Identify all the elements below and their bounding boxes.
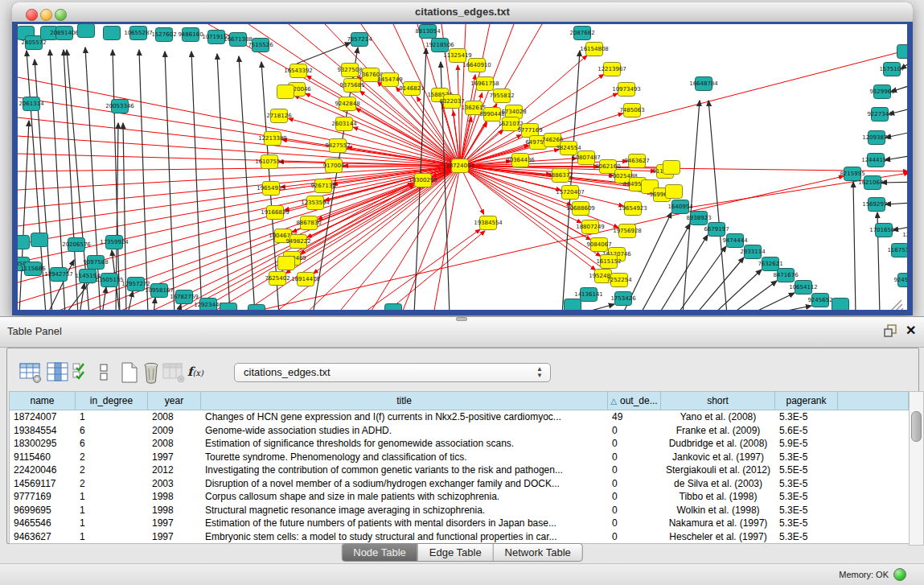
column-header-out_de[interactable]: △out_de... xyxy=(608,392,661,410)
tab-network-table[interactable]: Network Table xyxy=(494,544,582,561)
table-cell[interactable]: 2008 xyxy=(148,410,201,424)
column-header-title[interactable]: title xyxy=(201,392,608,410)
table-cell[interactable]: Hescheler et al. (1997) xyxy=(661,530,775,544)
network-node[interactable] xyxy=(663,161,680,175)
table-cell[interactable]: 1 xyxy=(76,504,148,517)
table-cell[interactable]: 19384554 xyxy=(10,424,76,438)
function-builder-icon[interactable]: f(x) xyxy=(187,365,211,387)
table-cell[interactable]: Tourette syndrome. Phenomenology and cla… xyxy=(201,451,608,464)
table-cell[interactable]: 14569117 xyxy=(10,477,76,491)
table-cell[interactable]: 5.6E-5 xyxy=(775,424,838,438)
table-cell[interactable]: 1997 xyxy=(148,530,201,544)
table-cell[interactable]: 2008 xyxy=(148,437,201,451)
table-cell[interactable]: Changes of HCN gene expression and I(f) … xyxy=(201,410,608,424)
table-cell[interactable]: Estimation of significance thresholds fo… xyxy=(201,437,608,451)
table-cell[interactable]: Franke et al. (2009) xyxy=(661,424,775,438)
scrollbar-thumb[interactable] xyxy=(911,411,922,442)
table-cell[interactable]: Disruption of a novel member of a sodium… xyxy=(201,477,608,491)
tab-edge-table[interactable]: Edge Table xyxy=(418,544,494,561)
table-cell[interactable]: 9699695 xyxy=(10,504,76,517)
table-cell[interactable]: 5.3E-5 xyxy=(775,490,838,504)
table-cell[interactable]: 5.3E-5 xyxy=(775,517,838,530)
table-row[interactable]: 2242004622012Investigating the contribut… xyxy=(10,463,909,477)
table-row[interactable]: 969969511998Structural magnetic resonanc… xyxy=(10,504,909,517)
table-cell[interactable]: 49 xyxy=(608,410,661,424)
table-row[interactable]: 946554611997Estimation of the future num… xyxy=(10,517,909,530)
network-node[interactable] xyxy=(832,299,849,311)
table-cell[interactable]: 0 xyxy=(608,451,661,464)
tab-node-table[interactable]: Node Table xyxy=(342,544,418,561)
table-cell[interactable]: 2 xyxy=(76,451,148,464)
table-cell[interactable]: 5.3E-5 xyxy=(775,477,838,491)
table-cell[interactable]: 1 xyxy=(76,410,148,424)
table-cell[interactable]: 5.9E-5 xyxy=(775,437,838,451)
column-header-in_degree[interactable]: in_degree xyxy=(76,392,148,410)
table-cell[interactable]: 2 xyxy=(76,477,148,491)
table-cell[interactable]: 0 xyxy=(608,477,661,491)
vertical-scrollbar[interactable] xyxy=(909,391,924,546)
column-header-pagerank[interactable]: pagerank xyxy=(775,392,838,410)
table-cell[interactable]: Wolkin et al. (1998) xyxy=(661,504,775,517)
table-cell[interactable]: 0 xyxy=(608,517,661,530)
window-titlebar[interactable]: citations_edges.txt xyxy=(12,2,913,23)
splitter-handle[interactable] xyxy=(456,317,467,321)
network-node[interactable] xyxy=(385,304,402,311)
select-rows-icon[interactable] xyxy=(72,361,89,384)
network-node[interactable] xyxy=(220,303,237,311)
table-cell[interactable]: Nakamura et al. (1997) xyxy=(661,517,775,530)
table-row[interactable]: 1872400712008Changes of HCN gene express… xyxy=(10,410,909,424)
table-cell[interactable]: de Silva et al. (2003) xyxy=(661,477,775,491)
table-cell[interactable]: 18300295 xyxy=(10,437,76,451)
table-cell[interactable]: 0 xyxy=(608,424,661,438)
table-cell[interactable]: Jankovic et al. (1997) xyxy=(661,451,775,464)
network-node[interactable] xyxy=(278,257,295,270)
table-cell[interactable]: 2003 xyxy=(148,477,201,491)
table-cell[interactable]: 5.5E-5 xyxy=(775,463,838,477)
table-cell[interactable]: 0 xyxy=(608,437,661,451)
table-cell[interactable]: 1997 xyxy=(148,451,201,464)
table-cell[interactable]: Dudbridge et al. (2008) xyxy=(661,437,775,451)
float-window-icon[interactable] xyxy=(884,324,897,338)
network-node[interactable] xyxy=(565,299,581,311)
table-cell[interactable]: Yano et al. (2008) xyxy=(661,410,775,424)
memory-ok-light-icon[interactable] xyxy=(893,568,906,581)
table-cell[interactable]: 0 xyxy=(608,530,661,544)
close-icon[interactable]: ✕ xyxy=(906,323,916,338)
network-canvas[interactable]: 1872400718300295165433922242004693275082… xyxy=(18,24,907,310)
table-row[interactable]: 1938455462009Genome-wide association stu… xyxy=(10,424,909,438)
table-cell[interactable]: 2 xyxy=(76,463,148,477)
table-cell[interactable]: 6 xyxy=(76,424,148,438)
table-cell[interactable]: 0 xyxy=(608,490,661,504)
network-node[interactable] xyxy=(31,233,48,247)
table-row[interactable]: 977716911998Corpus callosum shape and si… xyxy=(10,490,909,504)
table-cell[interactable]: 1998 xyxy=(148,504,201,517)
network-node[interactable] xyxy=(104,27,121,40)
citation-network-graph[interactable]: 1872400718300295165433922242004693275082… xyxy=(18,24,907,310)
table-cell[interactable]: 22420046 xyxy=(10,463,76,477)
table-cell[interactable]: Corpus callosum shape and size in male p… xyxy=(201,490,608,504)
select-columns-icon[interactable] xyxy=(46,361,70,384)
table-cell[interactable]: 1 xyxy=(76,517,148,530)
network-node[interactable] xyxy=(248,305,265,311)
table-row[interactable]: 911546021997Tourette syndrome. Phenomeno… xyxy=(10,451,909,464)
create-table-icon[interactable] xyxy=(117,361,141,384)
table-row[interactable]: 946362711997Embryonic stem cells: a mode… xyxy=(10,530,909,544)
table-cell[interactable]: 2012 xyxy=(148,463,201,477)
delete-table-icon[interactable] xyxy=(139,361,163,384)
network-node[interactable] xyxy=(666,185,683,199)
table-cell[interactable]: 0 xyxy=(608,463,661,477)
network-node[interactable] xyxy=(78,24,95,38)
network-node[interactable] xyxy=(18,236,30,249)
row-height-icon[interactable] xyxy=(97,361,110,384)
resize-grip-icon[interactable] xyxy=(890,300,903,310)
table-cell[interactable]: 1997 xyxy=(148,517,201,530)
table-cell[interactable]: 9777169 xyxy=(10,490,76,504)
network-table-select[interactable]: citations_edges.txt ▲▼ xyxy=(234,363,551,382)
network-node[interactable] xyxy=(277,85,294,99)
table-cell[interactable]: 6 xyxy=(76,437,148,451)
table-cell[interactable]: Embryonic stem cells: a model to study s… xyxy=(201,530,608,544)
table-cell[interactable]: Stergiakouli et al. (2012) xyxy=(661,463,775,477)
table-cell[interactable]: 1 xyxy=(76,490,148,504)
table-cell[interactable]: 5.3E-5 xyxy=(775,451,838,464)
table-cell[interactable]: Genome-wide association studies in ADHD. xyxy=(201,424,608,438)
